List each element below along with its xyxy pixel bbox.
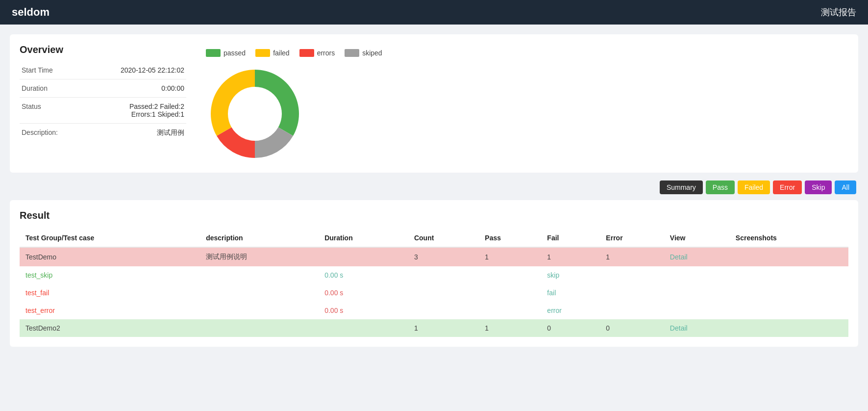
legend-item-failed: failed <box>255 49 289 57</box>
filter-btn-skip[interactable]: Skip <box>805 180 832 194</box>
row-count: 3 <box>408 247 479 266</box>
legend-color-failed <box>255 49 270 57</box>
col-header: Duration <box>319 229 408 247</box>
row-description: 测试用例说明 <box>200 247 319 266</box>
row-count: 1 <box>408 319 479 337</box>
row-pass: 1 <box>479 319 541 337</box>
col-header: Test Group/Test case <box>20 229 200 247</box>
donut-chart <box>206 65 304 163</box>
row-name: test_skip <box>20 266 200 284</box>
row-pass <box>479 302 541 319</box>
overview-value: 0:00:00 <box>74 79 186 98</box>
row-description <box>200 319 319 337</box>
overview-label: Start Time <box>20 61 74 79</box>
row-error <box>600 266 664 284</box>
row-error <box>600 302 664 319</box>
row-view[interactable]: Detail <box>664 247 730 266</box>
row-error: 1 <box>600 247 664 266</box>
row-duration: 0.00 s <box>319 302 408 319</box>
col-header: Fail <box>541 229 600 247</box>
legend-color-passed <box>206 49 221 57</box>
row-name: test_error <box>20 302 200 319</box>
legend-item-passed: passed <box>206 49 246 57</box>
row-view <box>664 266 730 284</box>
legend-label-skiped: skiped <box>362 49 382 57</box>
row-error <box>600 284 664 302</box>
row-pass: 1 <box>479 247 541 266</box>
row-count <box>408 302 479 319</box>
overview-row: Start Time2020-12-05 22:12:02 <box>20 61 186 79</box>
row-screenshots <box>730 284 848 302</box>
row-duration: 0.00 s <box>319 284 408 302</box>
legend-color-errors <box>299 49 314 57</box>
row-fail: 0 <box>541 319 600 337</box>
overview-table: Start Time2020-12-05 22:12:02Duration0:0… <box>20 61 186 142</box>
filter-row: SummaryPassFailedErrorSkipAll <box>10 180 858 194</box>
filter-btn-error[interactable]: Error <box>773 180 802 194</box>
overview-row: StatusPassed:2 Failed:2 Errors:1 Skiped:… <box>20 98 186 124</box>
col-header: Error <box>600 229 664 247</box>
legend-item-skiped: skiped <box>345 49 382 57</box>
brand-name: seldom <box>12 6 50 19</box>
row-duration <box>319 247 408 266</box>
row-screenshots <box>730 247 848 266</box>
overview-value: 2020-12-05 22:12:02 <box>74 61 186 79</box>
result-title: Result <box>20 210 848 221</box>
col-header: description <box>200 229 319 247</box>
col-header: View <box>664 229 730 247</box>
row-view[interactable]: Detail <box>664 319 730 337</box>
row-name: test_fail <box>20 284 200 302</box>
row-fail: 1 <box>541 247 600 266</box>
table-row: test_fail0.00 sfail <box>20 284 848 302</box>
result-section: Result Test Group/Test casedescriptionDu… <box>10 200 858 347</box>
row-count <box>408 284 479 302</box>
overview-label: Status <box>20 98 74 124</box>
row-pass <box>479 284 541 302</box>
row-name: TestDemo <box>20 247 200 266</box>
row-name: TestDemo2 <box>20 319 200 337</box>
overview-value: 测试用例 <box>74 124 186 143</box>
overview-card: Overview Start Time2020-12-05 22:12:02Du… <box>20 44 186 163</box>
overview-value: Passed:2 Failed:2 Errors:1 Skiped:1 <box>74 98 186 124</box>
filter-btn-failed[interactable]: Failed <box>738 180 770 194</box>
legend-label-errors: errors <box>317 49 335 57</box>
overview-row: Duration0:00:00 <box>20 79 186 98</box>
row-duration: 0.00 s <box>319 266 408 284</box>
overview-label: Duration <box>20 79 74 98</box>
main-content: Overview Start Time2020-12-05 22:12:02Du… <box>0 25 868 357</box>
report-title: 测试报告 <box>821 6 856 18</box>
table-row: test_error0.00 serror <box>20 302 848 319</box>
legend-item-errors: errors <box>299 49 335 57</box>
row-fail: error <box>541 302 600 319</box>
overview-section: Overview Start Time2020-12-05 22:12:02Du… <box>10 34 858 173</box>
filter-btn-pass[interactable]: Pass <box>706 180 735 194</box>
detail-link[interactable]: Detail <box>670 324 688 332</box>
chart-area: passedfailederrorsskiped <box>206 44 848 163</box>
row-view <box>664 302 730 319</box>
overview-label: Description: <box>20 124 74 143</box>
col-header: Count <box>408 229 479 247</box>
chart-legend: passedfailederrorsskiped <box>206 49 382 57</box>
col-header: Screenshots <box>730 229 848 247</box>
row-screenshots <box>730 319 848 337</box>
detail-link[interactable]: Detail <box>670 253 688 261</box>
row-duration <box>319 319 408 337</box>
row-screenshots <box>730 266 848 284</box>
row-screenshots <box>730 302 848 319</box>
legend-label-failed: failed <box>273 49 289 57</box>
filter-btn-summary[interactable]: Summary <box>660 180 703 194</box>
table-row: TestDemo21100Detail <box>20 319 848 337</box>
row-description <box>200 302 319 319</box>
overview-title: Overview <box>20 44 186 55</box>
result-table: Test Group/Test casedescriptionDurationC… <box>20 229 848 337</box>
filter-btn-all[interactable]: All <box>835 180 856 194</box>
row-error: 0 <box>600 319 664 337</box>
app-header: seldom 测试报告 <box>0 0 868 25</box>
overview-row: Description:测试用例 <box>20 124 186 143</box>
table-row: test_skip0.00 sskip <box>20 266 848 284</box>
row-fail: skip <box>541 266 600 284</box>
table-row: TestDemo测试用例说明3111Detail <box>20 247 848 266</box>
col-header: Pass <box>479 229 541 247</box>
row-fail: fail <box>541 284 600 302</box>
row-description <box>200 266 319 284</box>
